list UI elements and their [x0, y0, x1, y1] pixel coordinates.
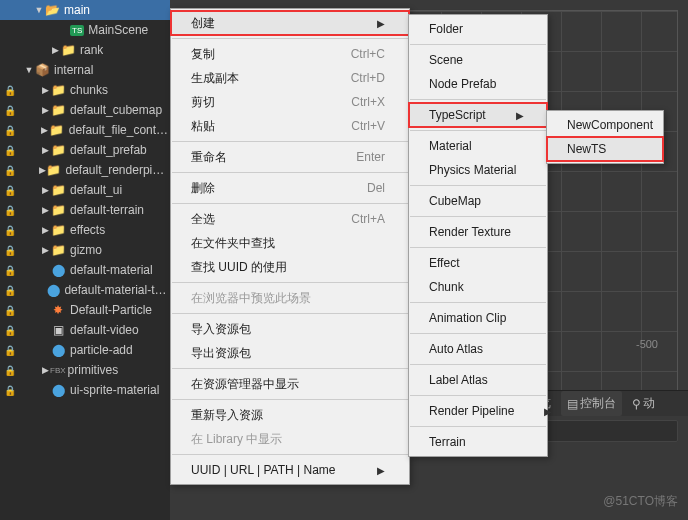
caret-icon[interactable]: ▶	[40, 205, 50, 215]
tree-item[interactable]: 🔒▶📁default_prefab	[0, 140, 170, 160]
tree-item[interactable]: 🔒⬤default-material	[0, 260, 170, 280]
lock-icon: 🔒	[4, 185, 16, 196]
tree-item[interactable]: ▼📦internal	[0, 60, 170, 80]
menu-separator	[410, 99, 546, 100]
caret-icon[interactable]: ▶	[40, 225, 50, 235]
menu-item[interactable]: Physics Material	[409, 158, 547, 182]
menu-item[interactable]: 全选Ctrl+A	[171, 207, 409, 231]
menu-item[interactable]: 导入资源包	[171, 317, 409, 341]
menu-item[interactable]: 粘贴Ctrl+V	[171, 114, 409, 138]
menu-item[interactable]: Render Pipeline▶	[409, 399, 547, 423]
caret-icon[interactable]: ▼	[24, 65, 34, 75]
menu-item-label: 剪切	[191, 94, 215, 111]
panel-tab[interactable]: ⚲动	[626, 391, 661, 416]
menu-item[interactable]: UUID | URL | PATH | Name▶	[171, 458, 409, 482]
tree-item[interactable]: 🔒▣default-video	[0, 320, 170, 340]
tree-item[interactable]: ▼📂main	[0, 0, 170, 20]
caret-icon[interactable]: ▶	[40, 85, 50, 95]
tree-item[interactable]: 🔒▶📁default_cubemap	[0, 100, 170, 120]
menu-item-label: NewComponent	[567, 118, 653, 132]
menu-item[interactable]: Scene	[409, 48, 547, 72]
menu-item[interactable]: Animation Clip	[409, 306, 547, 330]
fld-icon: 📁	[50, 143, 66, 157]
menu-item[interactable]: 在文件夹中查找	[171, 231, 409, 255]
menu-item[interactable]: 导出资源包	[171, 341, 409, 365]
menu-item[interactable]: Auto Atlas	[409, 337, 547, 361]
lock-icon: 🔒	[4, 265, 16, 276]
menu-shortcut: Ctrl+V	[351, 119, 385, 133]
menu-item[interactable]: 查找 UUID 的使用	[171, 255, 409, 279]
caret-icon[interactable]: ▶	[40, 245, 50, 255]
menu-item[interactable]: 创建▶	[171, 11, 409, 35]
menu-item-label: Physics Material	[429, 163, 516, 177]
menu-item[interactable]: TypeScript▶	[409, 103, 547, 127]
tree-item-label: chunks	[70, 83, 108, 97]
menu-item-label: Animation Clip	[429, 311, 506, 325]
menu-item[interactable]: 剪切Ctrl+X	[171, 90, 409, 114]
caret-icon[interactable]: ▶	[50, 45, 60, 55]
asset-blue-icon: ⬤	[50, 343, 66, 357]
menu-item[interactable]: 复制Ctrl+C	[171, 42, 409, 66]
menu-item[interactable]: Effect	[409, 251, 547, 275]
menu-item[interactable]: Node Prefab	[409, 72, 547, 96]
menu-item[interactable]: 重命名Enter	[171, 145, 409, 169]
tree-item[interactable]: 🔒▶📁default_renderpipeli…	[0, 160, 170, 180]
tree-item[interactable]: 🔒▶📁default_ui	[0, 180, 170, 200]
menu-separator	[172, 454, 408, 455]
fld-icon: 📁	[50, 183, 66, 197]
tree-item[interactable]: 🔒▶📁chunks	[0, 80, 170, 100]
tree-item[interactable]: 🔒⬤ui-sprite-material	[0, 380, 170, 400]
menu-item[interactable]: 重新导入资源	[171, 403, 409, 427]
tree-item-label: MainScene	[88, 23, 148, 37]
menu-item[interactable]: Render Texture	[409, 220, 547, 244]
tree-item-label: rank	[80, 43, 103, 57]
lock-icon: 🔒	[4, 325, 16, 336]
menu-item[interactable]: 在资源管理器中显示	[171, 372, 409, 396]
chevron-right-icon: ▶	[544, 406, 552, 417]
caret-icon[interactable]: ▶	[39, 125, 49, 135]
caret-icon[interactable]: ▶	[38, 165, 47, 175]
lock-icon: 🔒	[4, 125, 16, 136]
context-submenu-create: FolderSceneNode PrefabTypeScript▶Materia…	[408, 14, 548, 457]
menu-item[interactable]: Material	[409, 134, 547, 158]
caret-icon[interactable]: ▶	[40, 365, 50, 375]
tree-item[interactable]: 🔒▶FBXprimitives	[0, 360, 170, 380]
tree-item[interactable]: 🔒▶📁effects	[0, 220, 170, 240]
fld-icon: 📁	[50, 223, 66, 237]
tree-item-label: gizmo	[70, 243, 102, 257]
tree-item[interactable]: 🔒✸Default-Particle	[0, 300, 170, 320]
menu-item[interactable]: Label Atlas	[409, 368, 547, 392]
caret-icon[interactable]: ▶	[40, 185, 50, 195]
menu-item[interactable]: NewTS	[547, 137, 663, 161]
tree-item[interactable]: 🔒▶📁default-terrain	[0, 200, 170, 220]
menu-item[interactable]: Chunk	[409, 275, 547, 299]
panel-tab[interactable]: ▤控制台	[561, 391, 622, 416]
menu-item[interactable]: CubeMap	[409, 189, 547, 213]
lock-icon: 🔒	[4, 85, 16, 96]
context-menu-main: 创建▶复制Ctrl+C生成副本Ctrl+D剪切Ctrl+X粘贴Ctrl+V重命名…	[170, 8, 410, 485]
lock-icon: 🔒	[4, 305, 16, 316]
menu-item-label: 生成副本	[191, 70, 239, 87]
tree-item[interactable]: 🔒⬤particle-add	[0, 340, 170, 360]
menu-item[interactable]: 生成副本Ctrl+D	[171, 66, 409, 90]
menu-item[interactable]: 删除Del	[171, 176, 409, 200]
tree-item[interactable]: ▶📁rank	[0, 40, 170, 60]
tree-item[interactable]: 🔒⬤default-material-tran…	[0, 280, 170, 300]
menu-item[interactable]: Folder	[409, 17, 547, 41]
menu-item[interactable]: Terrain	[409, 430, 547, 454]
tree-item[interactable]: 🔒▶📁gizmo	[0, 240, 170, 260]
menu-separator	[172, 203, 408, 204]
menu-item[interactable]: NewComponent	[547, 113, 663, 137]
tree-item-label: default-material-tran…	[64, 283, 170, 297]
caret-icon[interactable]: ▼	[34, 5, 44, 15]
caret-icon[interactable]: ▶	[40, 105, 50, 115]
tree-item[interactable]: TSMainScene	[0, 20, 170, 40]
tree-item-label: ui-sprite-material	[70, 383, 159, 397]
menu-item-label: Node Prefab	[429, 77, 496, 91]
menu-item-label: 在 Library 中显示	[191, 431, 282, 448]
tree-item[interactable]: 🔒▶📁default_file_content	[0, 120, 170, 140]
lock-icon: 🔒	[4, 205, 16, 216]
menu-item-label: 在浏览器中预览此场景	[191, 290, 311, 307]
caret-icon[interactable]: ▶	[40, 145, 50, 155]
menu-item-label: Chunk	[429, 280, 464, 294]
